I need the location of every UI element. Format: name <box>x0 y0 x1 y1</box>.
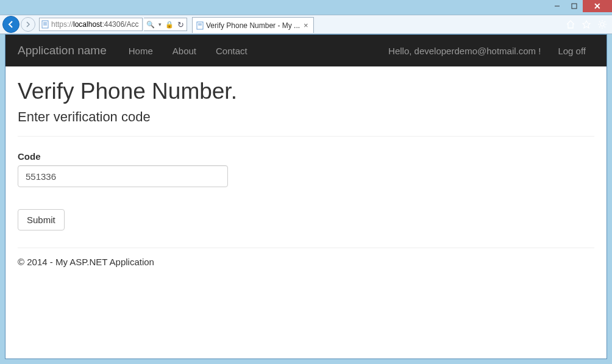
forward-button[interactable] <box>21 17 35 32</box>
divider <box>18 136 594 137</box>
code-form-group: Code <box>18 151 594 187</box>
nav-links: Home About Contact <box>119 36 257 66</box>
maximize-button[interactable] <box>566 0 583 12</box>
svg-rect-6 <box>197 22 203 29</box>
nav-logoff[interactable]: Log off <box>549 36 594 66</box>
home-icon[interactable] <box>566 20 575 29</box>
close-button[interactable]: ✕ <box>583 0 612 12</box>
svg-rect-1 <box>572 4 577 9</box>
page-icon <box>196 21 204 30</box>
settings-icon[interactable] <box>597 20 607 29</box>
browser-tab[interactable]: Verify Phone Number - My ... × <box>192 17 314 33</box>
nav-contact[interactable]: Contact <box>206 36 257 66</box>
address-controls: 🔍 ▾ 🔒 ↻ <box>144 18 187 31</box>
svg-line-14 <box>599 21 600 23</box>
svg-point-9 <box>600 23 604 26</box>
minimize-button[interactable] <box>549 0 566 12</box>
address-bar[interactable]: https://localhost:44306/Acc <box>39 18 143 31</box>
code-input[interactable] <box>18 165 228 187</box>
search-dropdown-icon[interactable]: ▾ <box>158 21 162 27</box>
page-viewport: Application name Home About Contact Hell… <box>5 34 607 359</box>
browser-toolbar: https://localhost:44306/Acc 🔍 ▾ 🔒 ↻ Veri… <box>0 15 612 34</box>
svg-line-17 <box>605 21 606 23</box>
svg-line-16 <box>599 27 600 28</box>
svg-line-15 <box>605 27 606 28</box>
nav-home[interactable]: Home <box>119 36 163 66</box>
back-button[interactable] <box>2 16 20 33</box>
window-frame: ✕ https://localhost:44306/Acc 🔍 ▾ 🔒 ↻ <box>0 0 612 364</box>
code-label: Code <box>18 151 594 162</box>
nav-about[interactable]: About <box>163 36 206 66</box>
page-icon <box>41 20 49 29</box>
page-subtitle: Enter verification code <box>18 109 594 125</box>
nav-right: Hello, developerdemo@hotmail.com ! Log o… <box>380 36 594 66</box>
tabstrip: Verify Phone Number - My ... × <box>192 16 564 33</box>
svg-rect-2 <box>42 21 48 28</box>
brand-link[interactable]: Application name <box>18 44 107 57</box>
page-title: Verify Phone Number. <box>18 79 594 104</box>
app-navbar: Application name Home About Contact Hell… <box>5 35 607 66</box>
refresh-icon[interactable]: ↻ <box>177 20 184 29</box>
lock-icon: 🔒 <box>165 21 174 29</box>
search-icon[interactable]: 🔍 <box>146 21 155 29</box>
page-body: Verify Phone Number. Enter verification … <box>5 66 607 279</box>
url-text: https://localhost:44306/Acc <box>51 20 138 29</box>
footer-text: © 2014 - My ASP.NET Application <box>18 257 594 267</box>
browser-right-icons <box>566 20 610 29</box>
submit-button[interactable]: Submit <box>18 209 65 230</box>
footer-divider <box>18 248 594 248</box>
favorites-icon[interactable] <box>582 20 591 29</box>
tab-title: Verify Phone Number - My ... <box>206 21 300 30</box>
titlebar: ✕ <box>0 0 612 15</box>
nav-greeting[interactable]: Hello, developerdemo@hotmail.com ! <box>380 36 549 66</box>
tab-close-icon[interactable]: × <box>302 21 310 30</box>
